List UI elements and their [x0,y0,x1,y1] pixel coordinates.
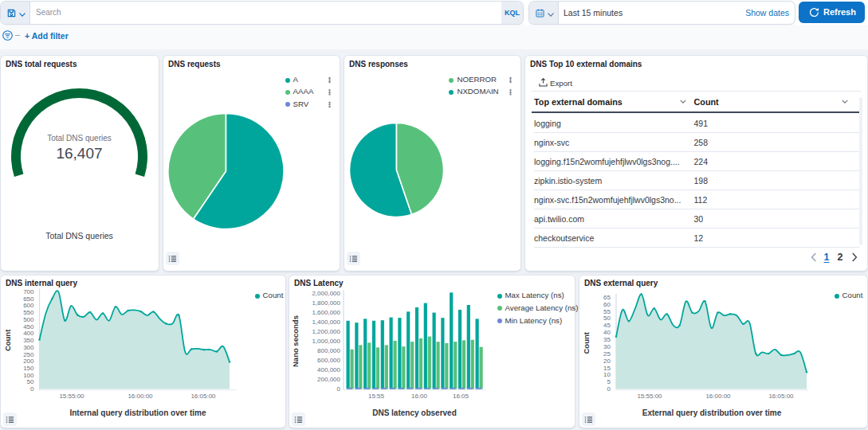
svg-text:Total DNS queries: Total DNS queries [45,231,113,240]
svg-text:0: 0 [337,385,341,393]
svg-text:0: 0 [607,385,611,393]
svg-text:10: 10 [603,371,611,378]
svg-text:16,407: 16,407 [56,145,102,162]
svg-text:550: 550 [23,309,34,316]
svg-text:Nano seconds: Nano seconds [292,315,300,367]
svg-text:1,200,000: 1,200,000 [312,328,340,335]
svg-text:350: 350 [23,337,34,344]
svg-text:50: 50 [27,378,34,385]
svg-text:25: 25 [603,350,611,357]
svg-text:100: 100 [23,371,34,378]
svg-text:300: 300 [23,343,34,350]
svg-text:16:00:00: 16:00:00 [128,393,153,400]
svg-text:15:55:00: 15:55:00 [637,393,662,400]
svg-text:200,000: 200,000 [317,376,340,383]
svg-text:700: 700 [23,288,34,295]
svg-text:250: 250 [23,350,34,358]
svg-text:Internal query distribution ov: Internal query distribution over time [69,408,206,417]
svg-text:5: 5 [607,378,611,385]
svg-text:800,000: 800,000 [317,347,340,354]
svg-text:15: 15 [603,364,611,371]
svg-text:400,000: 400,000 [317,366,340,373]
svg-text:20: 20 [603,357,611,364]
svg-text:650: 650 [23,295,34,302]
svg-text:1,400,000: 1,400,000 [312,319,340,326]
svg-text:15:55: 15:55 [368,393,385,400]
svg-text:16:05:00: 16:05:00 [768,393,794,400]
svg-text:16:05: 16:05 [453,393,469,400]
svg-text:600,000: 600,000 [317,357,340,364]
svg-text:0: 0 [30,385,34,393]
svg-text:1,800,000: 1,800,000 [312,299,340,307]
svg-text:500: 500 [23,315,34,322]
svg-text:DNS latency observed: DNS latency observed [372,408,457,417]
svg-text:16:00:00: 16:00:00 [705,393,731,400]
svg-text:60: 60 [603,300,611,307]
svg-text:50: 50 [603,315,611,322]
svg-text:600: 600 [23,302,34,309]
svg-text:65: 65 [603,293,611,300]
svg-text:45: 45 [603,322,611,329]
svg-text:200: 200 [23,358,34,365]
svg-text:15:55:00: 15:55:00 [59,393,84,400]
svg-text:Count: Count [582,331,591,354]
svg-text:Total DNS queries: Total DNS queries [47,134,112,143]
svg-text:400: 400 [23,330,34,337]
svg-text:40: 40 [603,329,611,336]
svg-text:16:05:00: 16:05:00 [190,393,216,400]
svg-text:2,000,000: 2,000,000 [312,290,340,297]
svg-text:Count: Count [3,328,12,350]
svg-text:1,000,000: 1,000,000 [312,338,340,345]
svg-text:55: 55 [603,307,611,315]
svg-text:450: 450 [23,322,34,330]
svg-text:1,600,000: 1,600,000 [312,309,340,316]
svg-text:30: 30 [603,342,611,350]
svg-text:External query distribution ov: External query distribution over time [642,408,782,417]
svg-text:150: 150 [23,364,34,371]
svg-text:35: 35 [603,336,611,343]
svg-text:16:00: 16:00 [411,393,428,400]
